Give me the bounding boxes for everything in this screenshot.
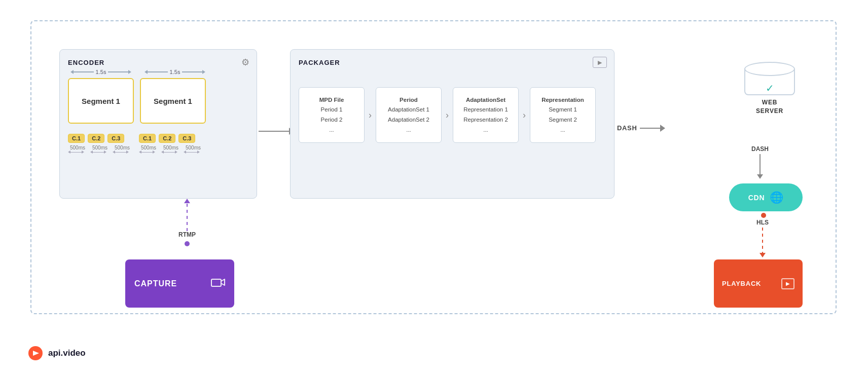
timing-5: 500ms bbox=[161, 145, 180, 151]
playback-label: PLAYBACK bbox=[722, 280, 761, 287]
duration-label-2: 1.5s bbox=[168, 69, 183, 75]
main-diagram-container: ENCODER ⚙ 1.5s 1.5s bbox=[30, 20, 837, 314]
encoder-box: ENCODER ⚙ 1.5s 1.5s bbox=[59, 49, 257, 199]
packager-flow: MPD File Period 1 Period 2 ... › Period … bbox=[299, 87, 606, 143]
camera-icon bbox=[211, 277, 225, 290]
timing-3: 500ms bbox=[113, 145, 132, 151]
dash-vert-label: DASH bbox=[751, 145, 769, 153]
flow-box-mpd: MPD File Period 1 Period 2 ... bbox=[299, 87, 365, 143]
logo-area: api.video bbox=[28, 346, 86, 361]
web-server-area: ✓ WEBSERVER bbox=[744, 62, 795, 116]
api-video-logo-icon bbox=[28, 346, 43, 361]
vert-arrow-dash: DASH bbox=[751, 145, 769, 179]
duration-label-1: 1.5s bbox=[94, 69, 108, 75]
encoder-title: ENCODER bbox=[68, 59, 104, 66]
dash-label: DASH bbox=[617, 124, 637, 132]
cdn-label: CDN bbox=[748, 194, 765, 202]
playback-play-icon: ▶ bbox=[781, 278, 794, 289]
web-server-label: WEBSERVER bbox=[756, 98, 783, 116]
packager-box: PACKAGER ▶ MPD File Period 1 Period 2 ..… bbox=[290, 49, 614, 199]
gear-icon: ⚙ bbox=[241, 57, 249, 68]
chunk-c3-set2: C.3 bbox=[178, 134, 195, 143]
arrow-encoder-to-packager bbox=[259, 128, 294, 135]
packager-play-icon: ▶ bbox=[593, 57, 607, 68]
flow-arrow-3: › bbox=[523, 110, 526, 121]
timing-6: 500ms bbox=[184, 145, 203, 151]
flow-arrow-2: › bbox=[446, 110, 449, 121]
globe-icon: 🌐 bbox=[770, 191, 783, 204]
playback-box: PLAYBACK ▶ bbox=[714, 259, 803, 308]
chunk-c1-set2: C.1 bbox=[139, 134, 156, 143]
chunk-c2-set2: C.2 bbox=[159, 134, 175, 143]
dash-arrow-webserver: DASH bbox=[617, 124, 665, 132]
flow-box-period: Period AdaptationSet 1 AdaptationSet 2 .… bbox=[376, 87, 442, 143]
flow-arrow-1: › bbox=[369, 110, 372, 121]
logo-text: api.video bbox=[48, 348, 86, 358]
rtmp-area: RTMP bbox=[178, 199, 196, 246]
timing-2: 500ms bbox=[90, 145, 110, 151]
rtmp-dot bbox=[185, 241, 190, 246]
flow-box-adaptset: AdaptationSet Representation 1 Represent… bbox=[453, 87, 519, 143]
capture-box: CAPTURE bbox=[125, 259, 234, 308]
rtmp-label: RTMP bbox=[178, 231, 196, 238]
rtmp-dashed-line bbox=[187, 203, 188, 231]
segment-block-1: Segment 1 bbox=[68, 78, 134, 124]
web-server-cylinder: ✓ bbox=[744, 62, 795, 97]
segment-block-2: Segment 1 bbox=[140, 78, 206, 124]
chunk-c3-set1: C.3 bbox=[107, 134, 124, 143]
chunk-c1-set1: C.1 bbox=[68, 134, 85, 143]
timing-4: 500ms bbox=[139, 145, 158, 151]
chunk-c2-set1: C.2 bbox=[88, 134, 104, 143]
rtmp-arrow-head bbox=[184, 199, 190, 203]
capture-label: CAPTURE bbox=[134, 279, 177, 288]
flow-box-representation: Representation Segment 1 Segment 2 ... bbox=[530, 87, 596, 143]
packager-title: PACKAGER bbox=[299, 59, 340, 66]
hls-label: HLS bbox=[756, 219, 769, 226]
timing-1: 500ms bbox=[68, 145, 87, 151]
check-icon: ✓ bbox=[766, 82, 774, 94]
cdn-box: CDN 🌐 bbox=[729, 183, 803, 211]
cdn-dashed-dot-top bbox=[761, 213, 766, 218]
hls-arrow: HLS bbox=[756, 219, 769, 257]
svg-rect-0 bbox=[211, 279, 221, 286]
